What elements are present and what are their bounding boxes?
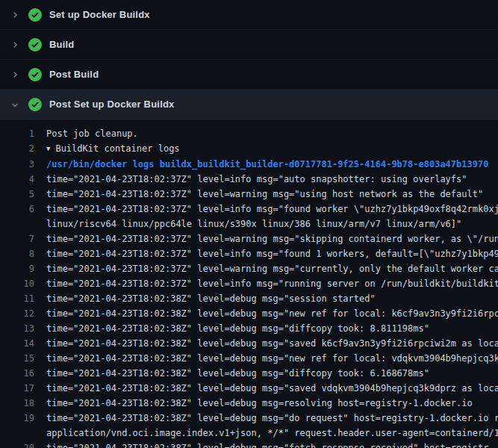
log-line: 15 time="2021-04-23T18:02:38Z" level=deb… [0, 351, 498, 366]
line-number[interactable]: 8 [0, 246, 34, 261]
log-line-content: time="2021-04-23T18:02:37Z" level=info m… [46, 279, 498, 289]
log-line: linux/riscv64 linux/ppc64le linux/s390x … [0, 217, 498, 231]
log-line-text: time="2021-04-23T18:02:38Z" level=debug … [34, 381, 498, 396]
line-number[interactable]: 3 [0, 157, 34, 172]
log-line-text: time="2021-04-23T18:02:37Z" level=warnin… [34, 231, 498, 246]
log-line-text: time="2021-04-23T18:02:38Z" level=debug … [34, 366, 498, 381]
check-circle-icon [28, 98, 42, 111]
chevron-right-icon[interactable] [9, 39, 21, 51]
step-header[interactable]: Post Set up Docker Buildx [0, 90, 498, 119]
log-line: 9 time="2021-04-23T18:02:37Z" level=warn… [0, 261, 498, 276]
log-line: application/vnd.oci.image.index.v1+json,… [0, 426, 498, 441]
log-line-content: time="2021-04-23T18:02:38Z" level=debug … [46, 368, 429, 379]
log-line: 14 time="2021-04-23T18:02:38Z" level=deb… [0, 336, 498, 351]
log-line-content: time="2021-04-23T18:02:37Z" level=warnin… [46, 234, 498, 244]
step-header[interactable]: Build [0, 30, 498, 60]
log-line-text: time="2021-04-23T18:02:38Z" level=debug … [34, 396, 498, 411]
line-number[interactable]: 16 [0, 366, 34, 381]
log-line-text: time="2021-04-23T18:02:38Z" level=debug … [34, 291, 498, 306]
log-line-content: BuildKit container logs [55, 143, 179, 154]
log-line: 19 time="2021-04-23T18:02:38Z" level=deb… [0, 411, 498, 426]
check-circle-icon [28, 38, 42, 52]
log-line-text: /usr/bin/docker logs buildx_buildkit_bui… [34, 157, 498, 172]
log-line: 13 time="2021-04-23T18:02:38Z" level=deb… [0, 321, 498, 336]
log-line-content: time="2021-04-23T18:02:37Z" level=warnin… [46, 189, 483, 199]
log-line-text: time="2021-04-23T18:02:38Z" level=debug … [34, 306, 498, 321]
check-circle-icon [28, 8, 42, 22]
log-line-content: time="2021-04-23T18:02:37Z" level=info m… [46, 174, 467, 184]
step-header[interactable]: Set up Docker Buildx [0, 0, 498, 30]
line-number[interactable]: 14 [0, 336, 34, 351]
line-number[interactable] [0, 217, 34, 231]
log-line: 8 time="2021-04-23T18:02:37Z" level=info… [0, 246, 498, 261]
log-line-content: time="2021-04-23T18:02:38Z" level=debug … [46, 443, 488, 448]
log-line-text: time="2021-04-23T18:02:38Z" level=debug … [34, 321, 498, 336]
log-line: 3 /usr/bin/docker logs buildx_buildkit_b… [0, 157, 498, 172]
log-line-content: time="2021-04-23T18:02:37Z" level=info m… [46, 204, 498, 214]
log-line: 10 time="2021-04-23T18:02:37Z" level=inf… [0, 276, 498, 291]
line-number[interactable]: 18 [0, 396, 34, 411]
line-number[interactable]: 7 [0, 231, 34, 246]
log-line: 7 time="2021-04-23T18:02:37Z" level=warn… [0, 231, 498, 246]
log-line: 4 time="2021-04-23T18:02:37Z" level=info… [0, 172, 498, 187]
log-output: 1 Post job cleanup. 2 ▼BuildKit containe… [0, 119, 498, 448]
step-header[interactable]: Post Build [0, 60, 498, 90]
line-number[interactable]: 11 [0, 291, 34, 306]
line-number[interactable]: 17 [0, 381, 34, 396]
log-line-content: time="2021-04-23T18:02:37Z" level=warnin… [46, 264, 498, 274]
line-number[interactable]: 19 [0, 411, 34, 426]
step-name: Build [49, 39, 75, 50]
log-line-content: Post job cleanup. [46, 128, 138, 139]
line-number[interactable]: 13 [0, 321, 34, 336]
step-name: Post Set up Docker Buildx [49, 99, 175, 110]
log-line-text: time="2021-04-23T18:02:38Z" level=debug … [34, 441, 498, 448]
log-line: 1 Post job cleanup. [0, 126, 498, 141]
chevron-right-icon[interactable] [9, 69, 21, 81]
log-line-text: time="2021-04-23T18:02:37Z" level=info m… [34, 202, 498, 217]
log-line-content: time="2021-04-23T18:02:38Z" level=debug … [46, 338, 498, 349]
chevron-down-icon[interactable] [9, 99, 21, 111]
log-line-text: Post job cleanup. [34, 126, 498, 141]
line-number[interactable]: 4 [0, 172, 34, 187]
log-line: 18 time="2021-04-23T18:02:38Z" level=deb… [0, 396, 498, 411]
log-line-text: time="2021-04-23T18:02:37Z" level=info m… [34, 276, 498, 291]
check-circle-icon [28, 68, 42, 81]
log-line: 16 time="2021-04-23T18:02:38Z" level=deb… [0, 366, 498, 381]
log-line-text: time="2021-04-23T18:02:38Z" level=debug … [34, 411, 498, 426]
log-line-text: time="2021-04-23T18:02:37Z" level=warnin… [34, 187, 498, 202]
line-number[interactable]: 2 [0, 141, 34, 157]
log-line-text: time="2021-04-23T18:02:37Z" level=info m… [34, 246, 498, 261]
log-line: 2 ▼BuildKit container logs [0, 141, 498, 157]
log-line-text: time="2021-04-23T18:02:38Z" level=debug … [34, 351, 498, 366]
line-number[interactable]: 10 [0, 276, 34, 291]
log-line-content: time="2021-04-23T18:02:37Z" level=info m… [46, 249, 498, 259]
step-name: Set up Docker Buildx [49, 9, 150, 20]
log-line-content: linux/riscv64 linux/ppc64le linux/s390x … [46, 219, 461, 229]
log-line-text: time="2021-04-23T18:02:38Z" level=debug … [34, 336, 498, 351]
line-number[interactable]: 20 [0, 441, 34, 448]
log-line-text: ▼BuildKit container logs [34, 141, 498, 157]
log-line-content: /usr/bin/docker logs buildx_buildkit_bui… [46, 159, 488, 169]
log-line-content: time="2021-04-23T18:02:38Z" level=debug … [46, 398, 473, 408]
line-number[interactable]: 9 [0, 261, 34, 276]
chevron-right-icon[interactable] [9, 9, 21, 21]
log-line: 12 time="2021-04-23T18:02:38Z" level=deb… [0, 306, 498, 321]
line-number[interactable]: 5 [0, 187, 34, 202]
group-toggle-icon[interactable]: ▼ [46, 141, 50, 156]
line-number[interactable]: 12 [0, 306, 34, 321]
line-number[interactable] [0, 426, 34, 441]
line-number[interactable]: 6 [0, 202, 34, 217]
log-line-content: time="2021-04-23T18:02:38Z" level=debug … [46, 323, 429, 334]
step-name: Post Build [49, 69, 99, 80]
log-line-text: application/vnd.oci.image.index.v1+json,… [34, 426, 498, 441]
log-line-content: time="2021-04-23T18:02:38Z" level=debug … [46, 308, 498, 319]
log-line-content: application/vnd.oci.image.index.v1+json,… [46, 428, 498, 438]
steps-list: Set up Docker Buildx Build Post Build [0, 0, 498, 119]
log-line-content: time="2021-04-23T18:02:38Z" level=debug … [46, 383, 498, 393]
log-line-content: time="2021-04-23T18:02:38Z" level=debug … [46, 413, 498, 423]
log-line-text: time="2021-04-23T18:02:37Z" level=info m… [34, 172, 498, 187]
line-number[interactable]: 1 [0, 126, 34, 141]
log-line: 5 time="2021-04-23T18:02:37Z" level=warn… [0, 187, 498, 202]
log-line-content: time="2021-04-23T18:02:38Z" level=debug … [46, 353, 498, 364]
line-number[interactable]: 15 [0, 351, 34, 366]
